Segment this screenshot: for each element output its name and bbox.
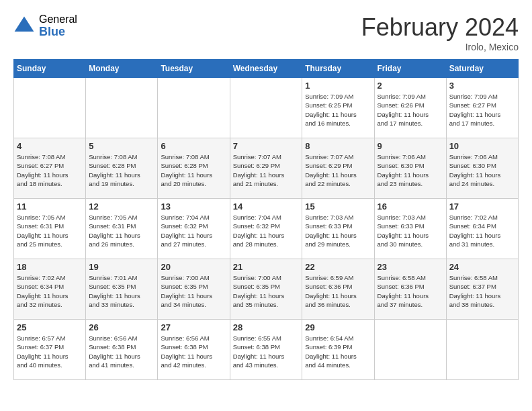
day-info: Sunrise: 6:58 AM Sunset: 6:36 PM Dayligh… [378, 273, 443, 309]
calendar-cell: 29Sunrise: 6:54 AM Sunset: 6:39 PM Dayli… [302, 320, 374, 380]
calendar-cell: 12Sunrise: 7:05 AM Sunset: 6:31 PM Dayli… [86, 199, 158, 259]
calendar-cell [374, 320, 446, 380]
calendar-header-row: SundayMondayTuesdayWednesdayThursdayFrid… [14, 60, 519, 78]
day-number: 5 [89, 141, 154, 151]
day-number: 19 [89, 262, 154, 272]
calendar-cell: 4Sunrise: 7:08 AM Sunset: 6:27 PM Daylig… [14, 138, 86, 199]
logo-text: General Blue [39, 13, 77, 38]
calendar-cell: 10Sunrise: 7:06 AM Sunset: 6:30 PM Dayli… [446, 138, 518, 199]
page-header: General Blue February 2024 Irolo, Mexico [13, 13, 519, 52]
calendar-cell: 16Sunrise: 7:03 AM Sunset: 6:33 PM Dayli… [374, 199, 446, 259]
calendar-cell: 20Sunrise: 7:00 AM Sunset: 6:35 PM Dayli… [158, 259, 230, 320]
calendar-week-row: 25Sunrise: 6:57 AM Sunset: 6:37 PM Dayli… [14, 320, 519, 380]
calendar-table: SundayMondayTuesdayWednesdayThursdayFrid… [13, 59, 519, 380]
day-number: 22 [305, 262, 371, 272]
day-number: 17 [449, 201, 515, 212]
day-number: 25 [17, 322, 83, 332]
day-number: 4 [17, 141, 83, 151]
day-number: 29 [305, 322, 371, 332]
day-number: 28 [233, 322, 300, 332]
day-number: 8 [305, 141, 371, 151]
calendar-cell: 24Sunrise: 6:58 AM Sunset: 6:37 PM Dayli… [446, 259, 518, 320]
logo: General Blue [13, 13, 77, 38]
header-sunday: Sunday [14, 60, 86, 78]
calendar-cell: 25Sunrise: 6:57 AM Sunset: 6:37 PM Dayli… [14, 320, 86, 380]
day-info: Sunrise: 7:05 AM Sunset: 6:31 PM Dayligh… [17, 213, 83, 248]
day-number: 12 [89, 201, 154, 212]
month-title: February 2024 [361, 13, 519, 42]
day-info: Sunrise: 7:08 AM Sunset: 6:28 PM Dayligh… [161, 152, 226, 188]
calendar-cell: 17Sunrise: 7:02 AM Sunset: 6:34 PM Dayli… [446, 199, 518, 259]
calendar-cell: 22Sunrise: 6:59 AM Sunset: 6:36 PM Dayli… [302, 259, 374, 320]
logo-icon [13, 15, 35, 37]
calendar-cell: 28Sunrise: 6:55 AM Sunset: 6:38 PM Dayli… [230, 320, 302, 380]
day-info: Sunrise: 7:03 AM Sunset: 6:33 PM Dayligh… [378, 213, 443, 248]
calendar-cell: 8Sunrise: 7:07 AM Sunset: 6:29 PM Daylig… [302, 138, 374, 199]
calendar-cell: 15Sunrise: 7:03 AM Sunset: 6:33 PM Dayli… [302, 199, 374, 259]
day-info: Sunrise: 7:08 AM Sunset: 6:28 PM Dayligh… [89, 152, 154, 188]
day-info: Sunrise: 6:58 AM Sunset: 6:37 PM Dayligh… [449, 273, 515, 309]
day-number: 18 [17, 262, 83, 272]
calendar-cell [86, 78, 158, 138]
day-number: 1 [305, 81, 371, 91]
calendar-cell: 9Sunrise: 7:06 AM Sunset: 6:30 PM Daylig… [374, 138, 446, 199]
header-wednesday: Wednesday [230, 60, 302, 78]
day-number: 23 [378, 262, 443, 272]
calendar-week-row: 18Sunrise: 7:02 AM Sunset: 6:34 PM Dayli… [14, 259, 519, 320]
day-info: Sunrise: 7:02 AM Sunset: 6:34 PM Dayligh… [449, 213, 515, 248]
day-info: Sunrise: 7:05 AM Sunset: 6:31 PM Dayligh… [89, 213, 154, 248]
calendar-cell: 5Sunrise: 7:08 AM Sunset: 6:28 PM Daylig… [86, 138, 158, 199]
title-block: February 2024 Irolo, Mexico [361, 13, 519, 52]
day-number: 20 [161, 262, 226, 272]
header-saturday: Saturday [446, 60, 518, 78]
svg-marker-0 [15, 16, 34, 31]
day-number: 14 [233, 201, 300, 212]
day-number: 13 [161, 201, 226, 212]
day-info: Sunrise: 7:07 AM Sunset: 6:29 PM Dayligh… [233, 152, 300, 188]
calendar-cell [158, 78, 230, 138]
header-thursday: Thursday [302, 60, 374, 78]
calendar-cell [14, 78, 86, 138]
header-monday: Monday [86, 60, 158, 78]
calendar-cell: 6Sunrise: 7:08 AM Sunset: 6:28 PM Daylig… [158, 138, 230, 199]
day-info: Sunrise: 7:00 AM Sunset: 6:35 PM Dayligh… [233, 273, 300, 309]
calendar-cell: 1Sunrise: 7:09 AM Sunset: 6:25 PM Daylig… [302, 78, 374, 138]
day-info: Sunrise: 7:01 AM Sunset: 6:35 PM Dayligh… [89, 273, 154, 309]
calendar-cell: 19Sunrise: 7:01 AM Sunset: 6:35 PM Dayli… [86, 259, 158, 320]
calendar-cell: 7Sunrise: 7:07 AM Sunset: 6:29 PM Daylig… [230, 138, 302, 199]
day-info: Sunrise: 7:08 AM Sunset: 6:27 PM Dayligh… [17, 152, 83, 188]
day-info: Sunrise: 6:54 AM Sunset: 6:39 PM Dayligh… [305, 334, 371, 369]
day-info: Sunrise: 7:02 AM Sunset: 6:34 PM Dayligh… [17, 273, 83, 309]
day-number: 3 [449, 81, 515, 91]
calendar-cell: 3Sunrise: 7:09 AM Sunset: 6:27 PM Daylig… [446, 78, 518, 138]
calendar-cell: 26Sunrise: 6:56 AM Sunset: 6:38 PM Dayli… [86, 320, 158, 380]
day-number: 26 [89, 322, 154, 332]
day-info: Sunrise: 6:57 AM Sunset: 6:37 PM Dayligh… [17, 334, 83, 369]
calendar-cell: 21Sunrise: 7:00 AM Sunset: 6:35 PM Dayli… [230, 259, 302, 320]
calendar-cell: 2Sunrise: 7:09 AM Sunset: 6:26 PM Daylig… [374, 78, 446, 138]
calendar-cell: 11Sunrise: 7:05 AM Sunset: 6:31 PM Dayli… [14, 199, 86, 259]
day-number: 21 [233, 262, 300, 272]
day-info: Sunrise: 7:00 AM Sunset: 6:35 PM Dayligh… [161, 273, 226, 309]
calendar-week-row: 11Sunrise: 7:05 AM Sunset: 6:31 PM Dayli… [14, 199, 519, 259]
day-info: Sunrise: 7:04 AM Sunset: 6:32 PM Dayligh… [161, 213, 226, 248]
day-info: Sunrise: 7:09 AM Sunset: 6:25 PM Dayligh… [305, 92, 371, 128]
calendar-cell: 23Sunrise: 6:58 AM Sunset: 6:36 PM Dayli… [374, 259, 446, 320]
calendar-week-row: 1Sunrise: 7:09 AM Sunset: 6:25 PM Daylig… [14, 78, 519, 138]
day-info: Sunrise: 7:06 AM Sunset: 6:30 PM Dayligh… [378, 152, 443, 188]
header-tuesday: Tuesday [158, 60, 230, 78]
day-number: 15 [305, 201, 371, 212]
day-number: 16 [378, 201, 443, 212]
calendar-cell: 27Sunrise: 6:56 AM Sunset: 6:38 PM Dayli… [158, 320, 230, 380]
day-number: 10 [449, 141, 515, 151]
calendar-cell [230, 78, 302, 138]
day-number: 6 [161, 141, 226, 151]
calendar-cell [446, 320, 518, 380]
day-info: Sunrise: 7:09 AM Sunset: 6:27 PM Dayligh… [449, 92, 515, 128]
day-number: 24 [449, 262, 515, 272]
calendar-week-row: 4Sunrise: 7:08 AM Sunset: 6:27 PM Daylig… [14, 138, 519, 199]
logo-general: General [39, 13, 77, 26]
day-info: Sunrise: 6:55 AM Sunset: 6:38 PM Dayligh… [233, 334, 300, 369]
day-number: 11 [17, 201, 83, 212]
day-number: 7 [233, 141, 300, 151]
